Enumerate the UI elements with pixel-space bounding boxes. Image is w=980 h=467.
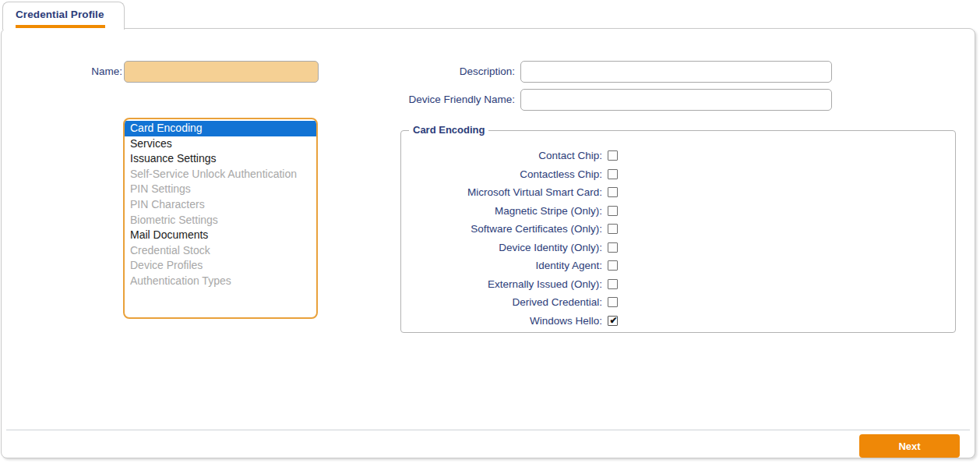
checkbox[interactable] (608, 242, 618, 253)
description-label: Description: (375, 61, 515, 83)
checkbox[interactable] (608, 260, 618, 271)
checkbox-label: Contact Chip: (401, 150, 602, 161)
checkbox-label: Magnetic Stripe (Only): (401, 205, 602, 217)
checkbox[interactable] (608, 316, 618, 326)
checkbox-label: Derived Credential: (401, 296, 602, 308)
checkbox-label: Microsoft Virtual Smart Card: (401, 186, 602, 198)
checkbox[interactable] (608, 206, 618, 216)
name-input[interactable] (124, 61, 319, 83)
tab-label: Credential Profile (16, 9, 104, 20)
checkbox-label: Identity Agent: (401, 260, 602, 271)
settings-section-item[interactable]: Credential Stock (125, 243, 316, 259)
settings-section-item[interactable]: Card Encoding (125, 121, 316, 136)
device-friendly-name-input[interactable] (520, 89, 832, 111)
checkbox-row: Contact Chip: (401, 147, 955, 165)
checkbox-row: Externally Issued (Only): (401, 275, 955, 294)
checkbox[interactable] (608, 224, 618, 234)
checkbox-row: Software Certificates (Only): (401, 220, 955, 239)
checkbox[interactable] (608, 150, 618, 161)
settings-section-item[interactable]: Mail Documents (125, 228, 316, 243)
settings-section-item[interactable]: Self-Service Unlock Authentication (125, 167, 316, 182)
settings-section-list: Card EncodingServicesIssuance SettingsSe… (123, 118, 318, 319)
description-input[interactable] (520, 61, 832, 83)
footer-divider (6, 430, 970, 430)
credential-profile-screen: Credential Profile Name: Description: De… (0, 0, 980, 467)
card-encoding-options: Contact Chip: Contactless Chip: Microsof… (401, 147, 955, 330)
checkbox-row: Magnetic Stripe (Only): (401, 202, 955, 221)
checkbox-label: Externally Issued (Only): (401, 278, 602, 290)
next-button[interactable]: Next (859, 434, 960, 458)
checkbox[interactable] (608, 187, 618, 197)
checkbox-row: Device Identity (Only): (401, 239, 955, 257)
card-encoding-legend: Card Encoding (409, 124, 488, 136)
checkbox-label: Contactless Chip: (401, 168, 602, 180)
settings-section-item[interactable]: PIN Characters (125, 197, 316, 213)
settings-section-item[interactable]: PIN Settings (125, 182, 316, 197)
settings-section-item[interactable]: Services (125, 136, 316, 152)
checkbox-label: Windows Hello: (401, 315, 602, 327)
checkbox[interactable] (608, 169, 618, 179)
name-label: Name: (33, 61, 122, 83)
tab-active-indicator (16, 25, 105, 28)
card-encoding-group: Card Encoding Contact Chip: Contactless … (400, 130, 956, 333)
checkbox-label: Device Identity (Only): (401, 242, 602, 253)
device-friendly-name-label: Device Friendly Name: (375, 89, 515, 111)
checkbox-row: Contactless Chip: (401, 165, 955, 184)
checkbox-row: Microsoft Virtual Smart Card: (401, 183, 955, 202)
settings-section-item[interactable]: Biometric Settings (125, 213, 316, 228)
checkbox-row: Windows Hello: (401, 312, 955, 331)
checkbox-label: Software Certificates (Only): (401, 223, 602, 235)
tab-credential-profile[interactable]: Credential Profile (2, 2, 125, 30)
settings-section-item[interactable]: Issuance Settings (125, 151, 316, 167)
settings-section-item[interactable]: Device Profiles (125, 258, 316, 274)
checkbox-row: Derived Credential: (401, 293, 955, 312)
settings-section-item[interactable]: Authentication Types (125, 274, 316, 289)
checkbox[interactable] (608, 279, 618, 289)
checkbox[interactable] (608, 297, 618, 307)
main-panel: Name: Description: Device Friendly Name:… (1, 28, 975, 458)
checkbox-row: Identity Agent: (401, 256, 955, 275)
